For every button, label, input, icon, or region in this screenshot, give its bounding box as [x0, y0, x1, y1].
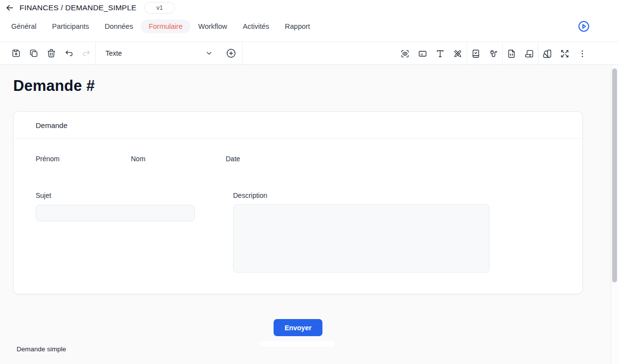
script-scroll-icon [524, 49, 534, 59]
fullscreen-icon [560, 49, 570, 59]
undo-button[interactable] [60, 44, 78, 62]
form-title: Demande # [13, 77, 95, 95]
more-options-button[interactable] [574, 45, 591, 63]
add-field-wrap [220, 44, 242, 62]
description-textarea[interactable] [233, 204, 490, 273]
save-icon [11, 48, 21, 58]
theme-button[interactable] [538, 45, 556, 63]
field-card-icon [418, 49, 427, 59]
field-label-description: Description [233, 192, 267, 199]
field-settings-button[interactable] [414, 45, 431, 63]
toolbar-divider [242, 42, 243, 65]
form-section-card[interactable]: Demande Prénom Nom Date Sujet Descriptio… [13, 111, 583, 294]
field-type-select[interactable]: Texte [96, 42, 220, 65]
breadcrumb-path: FINANCES / DEMANDE_SIMPLE [20, 3, 136, 12]
scrollbar-thumb[interactable] [612, 68, 617, 282]
circle-plus-icon [226, 48, 236, 59]
tab-donnees[interactable]: Données [97, 20, 141, 33]
preview-button[interactable] [396, 45, 414, 63]
duplicate-icon [29, 48, 39, 58]
fullscreen-button[interactable] [556, 45, 574, 63]
chevron-down-icon [205, 49, 213, 57]
toolbar-right-group [396, 42, 591, 65]
arrow-left-icon [5, 3, 15, 13]
redo-icon [82, 48, 91, 58]
run-button[interactable] [577, 20, 590, 33]
form-footer-label: Demande simple [17, 345, 66, 353]
kebab-menu-icon [577, 49, 587, 59]
tab-bar: Général Participants Données Formulaire … [3, 19, 589, 34]
tab-activites[interactable]: Activités [235, 20, 277, 33]
sujet-input[interactable] [36, 205, 195, 221]
field-label-prenom: Prénom [36, 155, 60, 163]
add-field-button[interactable] [222, 44, 240, 62]
tab-workflow[interactable]: Workflow [191, 20, 235, 33]
submit-button[interactable]: Envoyer [274, 319, 322, 336]
toolbar-left-group [0, 44, 95, 62]
tab-general[interactable]: Général [3, 20, 44, 33]
code-button[interactable] [503, 45, 520, 63]
preview-eye-scan-icon [400, 49, 410, 59]
connector-plug-icon [489, 49, 498, 59]
footer-field-placeholder [260, 341, 334, 347]
undo-icon [64, 48, 74, 58]
breadcrumb: FINANCES / DEMANDE_SIMPLE v1 [0, 0, 618, 16]
form-canvas: Demande # Demande Prénom Nom Date Sujet … [0, 65, 611, 364]
section-title: Demande [36, 121, 67, 129]
form-builder-toolbar: Texte [0, 42, 618, 65]
save-button[interactable] [7, 44, 25, 62]
trash-icon [46, 48, 56, 58]
theme-swatch-icon [542, 49, 552, 59]
version-badge[interactable]: v1 [144, 2, 175, 14]
field-label-date: Date [226, 155, 240, 163]
script-button[interactable] [520, 45, 538, 63]
delete-button[interactable] [43, 44, 60, 62]
duplicate-button[interactable] [25, 44, 43, 62]
design-pencils-icon [453, 49, 463, 59]
field-label-sujet: Sujet [36, 192, 51, 199]
tab-participants[interactable]: Participants [44, 20, 97, 33]
design-tools-button[interactable] [449, 45, 467, 63]
section-header: Demande [14, 112, 582, 139]
typography-icon [435, 49, 445, 59]
connectors-button[interactable] [485, 45, 502, 63]
tab-rapport[interactable]: Rapport [277, 20, 318, 33]
field-type-value: Texte [106, 49, 122, 57]
play-circle-icon [577, 20, 590, 33]
rules-book-check-icon [471, 49, 481, 59]
app-window: FINANCES / DEMANDE_SIMPLE v1 Général Par… [0, 0, 618, 364]
rules-button[interactable] [467, 45, 485, 63]
code-file-icon [507, 49, 516, 59]
redo-button[interactable] [78, 44, 95, 62]
tab-formulaire[interactable]: Formulaire [141, 20, 190, 33]
vertical-scrollbar[interactable] [611, 65, 618, 364]
back-button[interactable] [4, 2, 16, 14]
field-label-nom: Nom [131, 155, 146, 163]
typography-button[interactable] [431, 45, 449, 63]
